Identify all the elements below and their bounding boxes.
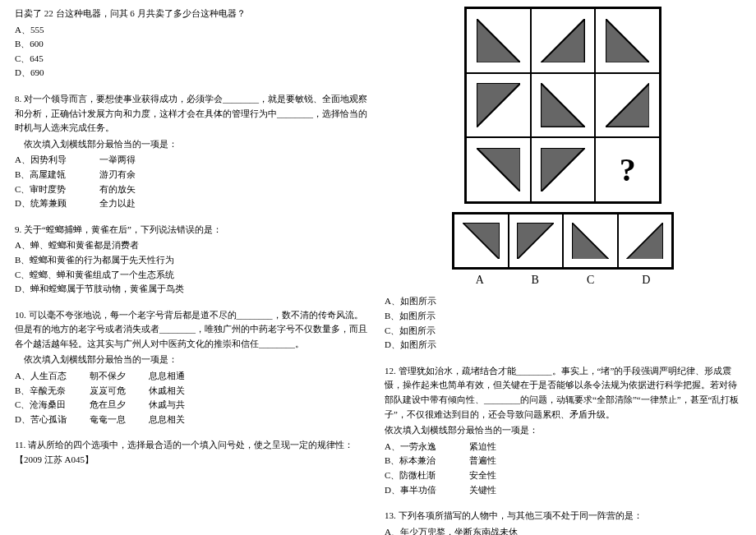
- q13-opt-a: A、年少万兜鍪，坐断东南战未休: [385, 525, 741, 535]
- q11-figure: ? A B C D: [448, 7, 678, 289]
- q10-prompt: 依次填入划横线部分最恰当的一项是：: [15, 353, 371, 367]
- q8-c1: C、审时度势: [15, 182, 99, 197]
- label-c: C: [563, 271, 619, 289]
- q8-c2: 有的放矢: [99, 182, 168, 197]
- svg-marker-1: [541, 19, 585, 63]
- ans-cell-c: [563, 214, 618, 268]
- q10-c2: 危在旦夕: [90, 398, 149, 413]
- q8-options: A、因势利导一举两得 B、高屋建瓴游刃有余 C、审时度势有的放矢 D、统筹兼顾全…: [15, 153, 168, 210]
- svg-marker-3: [477, 83, 521, 127]
- cell-3-2: [531, 137, 596, 202]
- q10-a2: 朝不保夕: [90, 369, 149, 384]
- label-a: A: [452, 271, 508, 289]
- svg-marker-2: [606, 19, 650, 63]
- q12-d2: 关键性: [469, 483, 529, 498]
- q9-opt-a: A、蝉、螳螂和黄雀都是消费者: [15, 238, 371, 253]
- q8-b1: B、高屋建瓴: [15, 168, 99, 182]
- q12-c2: 安全性: [469, 468, 529, 483]
- svg-marker-6: [477, 148, 521, 192]
- q12-options: A、一劳永逸紧迫性 B、标本兼治普遍性 C、防微杜渐安全性 D、事半功倍关键性: [385, 440, 529, 497]
- q12-prompt: 依次填入划横线部分最恰当的一项是：: [385, 423, 741, 438]
- q10-b1: B、辛酸无奈: [15, 384, 90, 399]
- question-7: 日卖了 22 台这种电器，问其 6 月共卖了多少台这种电器？ A、555 B、6…: [15, 7, 371, 81]
- q11-opt-c: C、如图所示: [385, 324, 741, 339]
- cell-2-2: [531, 73, 596, 138]
- q10-d1: D、苦心孤诣: [15, 413, 90, 427]
- q7-opt-d: D、690: [15, 66, 371, 81]
- label-b: B: [508, 271, 564, 289]
- q8-text: 8. 对一个领导而言，要想使事业获得成功，必须学会________，就是要敏锐、…: [15, 92, 371, 136]
- q9-opt-b: B、螳螂和黄雀的行为都属于先天性行为: [15, 253, 371, 268]
- q10-a1: A、人生百态: [15, 369, 90, 384]
- q10-a3: 息息相通: [149, 369, 208, 384]
- q11-text: 11. 请从所给的四个选项中，选择最合适的一个填入问号处，使之呈现一定的规律性：…: [15, 438, 371, 467]
- question-8: 8. 对一个领导而言，要想使事业获得成功，必须学会________，就是要敏锐、…: [15, 92, 371, 211]
- q8-b2: 游刃有余: [99, 168, 168, 182]
- puzzle-grid: ?: [464, 7, 662, 204]
- q12-d1: D、事半功倍: [385, 483, 469, 498]
- cell-1-2: [531, 8, 596, 73]
- svg-marker-11: [626, 223, 663, 260]
- svg-marker-4: [541, 83, 585, 127]
- q8-prompt: 依次填入划横线部分最恰当的一项是：: [15, 137, 371, 152]
- q10-b2: 岌岌可危: [90, 384, 149, 399]
- q12-c1: C、防微杜渐: [385, 468, 469, 483]
- cell-3-1: [466, 137, 531, 202]
- q11-opt-b: B、如图所示: [385, 309, 741, 324]
- q9-opt-d: D、蝉和螳螂属于节肢动物，黄雀属于鸟类: [15, 282, 371, 297]
- q10-d2: 奄奄一息: [90, 413, 149, 427]
- q7-opt-c: C、645: [15, 52, 371, 67]
- left-column: 日卖了 22 台这种电器，问其 6 月共卖了多少台这种电器？ A、555 B、6…: [8, 7, 378, 528]
- q10-c1: C、沧海桑田: [15, 398, 90, 413]
- svg-marker-8: [463, 223, 500, 260]
- question-10: 10. 可以毫不夸张地说，每一个老字号背后都是道不尽的________，数不清的…: [15, 308, 371, 427]
- right-column: ? A B C D A、如图所示 B、如图所示 C、如图所示 D、如图所示 12…: [378, 7, 748, 528]
- q8-d2: 全力以赴: [99, 196, 168, 211]
- svg-marker-9: [517, 223, 554, 260]
- q12-a2: 紧迫性: [469, 440, 529, 454]
- q12-b2: 普遍性: [469, 454, 529, 468]
- question-13: 13. 下列各项所描写的人物中，与其他三项不处于同一阵营的是： A、年少万兜鍪，…: [385, 509, 741, 535]
- answer-row: [452, 212, 674, 270]
- cell-1-3: [595, 8, 660, 73]
- q11-options: A、如图所示 B、如图所示 C、如图所示 D、如图所示: [385, 294, 741, 352]
- cell-1-1: [466, 8, 531, 73]
- svg-marker-5: [606, 83, 650, 127]
- ans-cell-a: [454, 214, 509, 268]
- q10-d3: 息息相关: [149, 413, 208, 427]
- svg-marker-7: [541, 148, 585, 192]
- ans-cell-d: [618, 214, 673, 268]
- q7-opt-b: B、600: [15, 37, 371, 52]
- cell-2-1: [466, 73, 531, 138]
- q12-text: 12. 管理犹如治水，疏堵结合才能________。事实上，“堵”的手段强调严明…: [385, 364, 741, 422]
- cell-3-3: ?: [595, 137, 660, 202]
- q11-opt-d: D、如图所示: [385, 338, 741, 353]
- q8-d1: D、统筹兼顾: [15, 196, 99, 211]
- q10-text: 10. 可以毫不夸张地说，每一个老字号背后都是道不尽的________，数不清的…: [15, 308, 371, 352]
- question-9: 9. 关于“螳螂捕蝉，黄雀在后”，下列说法错误的是： A、蝉、螳螂和黄雀都是消费…: [15, 223, 371, 297]
- ans-cell-b: [509, 214, 564, 268]
- q10-options: A、人生百态朝不保夕息息相通 B、辛酸无奈岌岌可危休戚相关 C、沧海桑田危在旦夕…: [15, 369, 208, 427]
- q13-text: 13. 下列各项所描写的人物中，与其他三项不处于同一阵营的是：: [385, 509, 741, 523]
- q9-text: 9. 关于“螳螂捕蝉，黄雀在后”，下列说法错误的是：: [15, 223, 371, 238]
- question-12: 12. 管理犹如治水，疏堵结合才能________。事实上，“堵”的手段强调严明…: [385, 364, 741, 497]
- q11-opt-a: A、如图所示: [385, 294, 741, 309]
- q7-text: 日卖了 22 台这种电器，问其 6 月共卖了多少台这种电器？: [15, 7, 371, 21]
- q9-opt-c: C、螳螂、蝉和黄雀组成了一个生态系统: [15, 268, 371, 283]
- cell-2-3: [595, 73, 660, 138]
- q7-opt-a: A、555: [15, 23, 371, 38]
- q10-c3: 休戚与共: [149, 398, 208, 413]
- q10-b3: 休戚相关: [149, 384, 208, 399]
- q8-a1: A、因势利导: [15, 153, 99, 168]
- answer-labels: A B C D: [452, 271, 674, 289]
- label-d: D: [619, 271, 675, 289]
- q12-b1: B、标本兼治: [385, 454, 469, 468]
- question-mark-icon: ?: [620, 144, 636, 196]
- svg-marker-0: [477, 19, 521, 63]
- svg-marker-10: [572, 223, 609, 260]
- q8-a2: 一举两得: [99, 153, 168, 168]
- q12-a1: A、一劳永逸: [385, 440, 469, 454]
- question-11: 11. 请从所给的四个选项中，选择最合适的一个填入问号处，使之呈现一定的规律性：…: [15, 438, 371, 467]
